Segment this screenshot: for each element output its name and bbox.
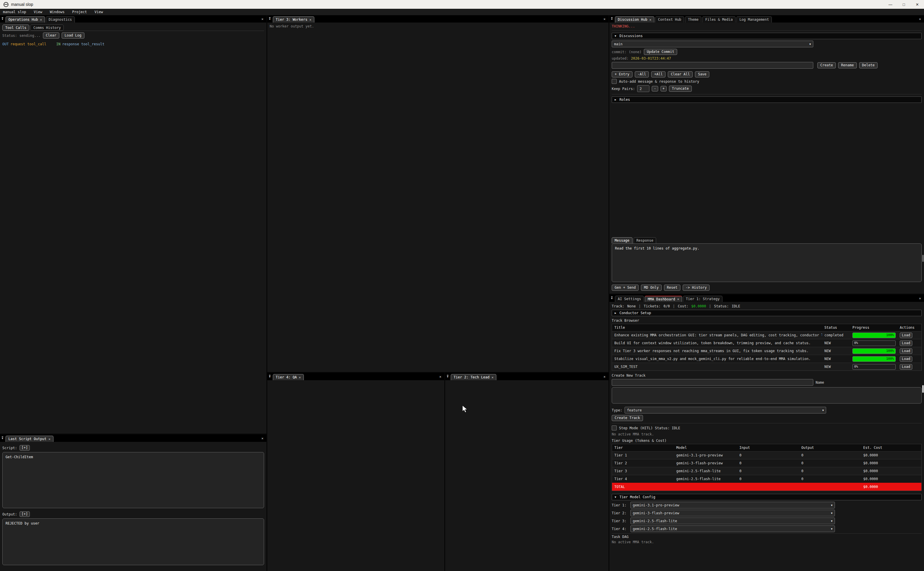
tier3-model-label: Tier 3: [612, 519, 628, 523]
panel-close-icon[interactable]: ✕ [438, 375, 443, 379]
message-textarea[interactable]: Read the first 10 lines of aggregate.py. [612, 244, 922, 282]
panel-menu-icon[interactable]: ▼ [2, 437, 3, 440]
menu-item-project[interactable]: Project [72, 10, 87, 14]
keep-pairs-plus-button[interactable]: + [661, 86, 667, 91]
panel-menu-icon[interactable]: ▼ [2, 17, 3, 20]
close-icon[interactable]: ✕ [910, 0, 924, 9]
save-button[interactable]: Save [695, 71, 709, 77]
load-button[interactable]: Load [900, 364, 912, 370]
delete-button[interactable]: Delete [859, 62, 878, 68]
panel-menu-icon[interactable]: ▼ [447, 375, 448, 378]
to-history-button[interactable]: -> History [683, 285, 710, 291]
tab-ai-settings[interactable]: AI Settings [615, 296, 644, 302]
tier1-model-select[interactable]: gemini-3.1-pro-preview ▼ [630, 502, 835, 508]
plus-all-button[interactable]: +All [651, 71, 665, 77]
tab-close-icon[interactable]: ✕ [492, 375, 494, 379]
create-track-button[interactable]: Create Track [612, 415, 643, 421]
script-content-box[interactable]: Get-ChildItem [2, 452, 264, 508]
mma-scrollbar-thumb[interactable] [922, 385, 924, 393]
tab-close-icon[interactable]: ✕ [299, 375, 301, 379]
discussions-section-header[interactable]: ▼ Discussions [612, 33, 922, 39]
panel-menu-icon[interactable]: ▼ [269, 375, 271, 378]
tab-comms-history[interactable]: Comms History [30, 25, 64, 31]
autoadd-label: Auto-add message & response to history [619, 79, 699, 83]
panel-menu-icon[interactable]: ▼ [611, 17, 613, 20]
load-button[interactable]: Load [900, 348, 912, 354]
tab-tier3-workers[interactable]: Tier 3: Workers ✕ [273, 16, 314, 23]
tab-close-icon[interactable]: ✕ [649, 18, 651, 22]
minus-all-button[interactable]: -All [635, 71, 649, 77]
tab-message[interactable]: Message [612, 237, 633, 244]
discussion-scrollbar-thumb[interactable] [922, 255, 924, 262]
keep-pairs-minus-button[interactable]: - [652, 86, 658, 91]
tier4-model-select[interactable]: gemini-2.5-flash-lite ▼ [630, 525, 835, 532]
tab-response[interactable]: Response [634, 237, 656, 244]
new-track-name-input[interactable] [612, 379, 813, 386]
panel-close-icon[interactable]: ✕ [918, 296, 922, 300]
message-composer: Message Response Read the first 10 lines… [612, 237, 922, 291]
minimize-icon[interactable]: — [884, 0, 897, 9]
tab-close-icon[interactable]: ✕ [310, 18, 311, 22]
tier3-model-select[interactable]: gemini-2.5-flash-lite ▼ [630, 517, 835, 524]
tab-diagnostics[interactable]: Diagnostics [46, 16, 75, 23]
add-entry-button[interactable]: + Entry [612, 71, 633, 77]
tab-close-icon[interactable]: ✕ [677, 297, 679, 301]
select-value: gemini-3.1-pro-preview [633, 503, 679, 507]
menu-item-view-1[interactable]: View [34, 10, 42, 14]
load-button[interactable]: Load [900, 340, 912, 346]
panel-close-icon[interactable]: ✕ [260, 17, 265, 21]
clear-button[interactable]: Clear [43, 32, 59, 39]
output-expand-button[interactable]: [+] [20, 511, 30, 517]
clear-all-button[interactable]: Clear All [668, 71, 693, 77]
tier2-model-select[interactable]: gemini-3-flash-preview ▼ [630, 510, 835, 516]
step-mode-checkbox[interactable] [612, 426, 617, 431]
panel-close-icon[interactable]: ✕ [602, 375, 607, 379]
panel-close-icon[interactable]: ✕ [260, 436, 265, 440]
autoadd-checkbox[interactable] [612, 79, 617, 84]
tab-log-management[interactable]: Log Management [736, 16, 772, 23]
tab-close-icon[interactable]: ✕ [40, 18, 42, 22]
track-type-select[interactable]: feature ▼ [625, 407, 826, 414]
panel-menu-icon[interactable]: ▼ [611, 296, 613, 300]
keep-pairs-input[interactable]: 2 [637, 85, 649, 92]
load-log-button[interactable]: Load Log [62, 32, 85, 39]
maximize-icon[interactable]: □ [897, 0, 910, 9]
tab-tier4-qa[interactable]: Tier 4: QA ✕ [273, 374, 304, 380]
create-button[interactable]: Create [818, 62, 836, 68]
roles-section-header[interactable]: ▶ Roles [612, 96, 922, 103]
truncate-button[interactable]: Truncate [669, 86, 692, 92]
usage-table-header: Tier Model Input Output Est. Cost [612, 444, 921, 451]
tab-label: Tier 4: QA [276, 375, 297, 379]
load-button[interactable]: Load [900, 333, 912, 338]
tab-tier1-strategy[interactable]: Tier 1: Strategy [683, 296, 723, 302]
tab-files-media[interactable]: Files & Media [702, 16, 736, 23]
menu-item-windows[interactable]: Windows [50, 10, 65, 14]
discussion-branch-select[interactable]: main ▼ [612, 41, 813, 47]
tab-theme[interactable]: Theme [685, 16, 701, 23]
new-track-description-textarea[interactable] [612, 387, 922, 404]
tab-tool-calls[interactable]: Tool Calls [2, 25, 29, 31]
tab-tier2-tech-lead[interactable]: Tier 2: Tech Lead ✕ [451, 374, 496, 380]
conductor-setup-header[interactable]: ▶ Conductor Setup [612, 310, 922, 316]
load-button[interactable]: Load [900, 356, 912, 362]
panel-menu-icon[interactable]: ▼ [269, 17, 271, 20]
tab-last-script-output[interactable]: Last Script Output ✕ [6, 436, 54, 442]
reset-button[interactable]: Reset [664, 285, 681, 291]
gen-send-button[interactable]: Gen + Send [612, 285, 639, 291]
tier-model-config-header[interactable]: ▼ Tier Model Config [612, 494, 922, 500]
tab-mma-dashboard[interactable]: MMA Dashboard ✕ [645, 296, 682, 302]
menu-item-app[interactable]: manual slop [3, 10, 26, 14]
tab-close-icon[interactable]: ✕ [48, 437, 51, 441]
md-only-button[interactable]: MD Only [641, 285, 662, 291]
output-content-box[interactable]: REJECTED by user [2, 519, 264, 565]
script-expand-button[interactable]: [+] [20, 445, 30, 451]
tab-operations-hub[interactable]: Operations Hub ✕ [6, 16, 45, 23]
discussion-name-input[interactable] [612, 62, 813, 69]
tab-discussion-hub[interactable]: Discussion Hub ✕ [615, 16, 654, 23]
menu-item-view-2[interactable]: View [95, 10, 103, 14]
panel-close-icon[interactable]: ✕ [918, 17, 922, 21]
panel-close-icon[interactable]: ✕ [602, 17, 607, 21]
tab-context-hub[interactable]: Context Hub [655, 16, 684, 23]
update-commit-button[interactable]: Update Commit [644, 49, 677, 55]
rename-button[interactable]: Rename [838, 62, 856, 68]
